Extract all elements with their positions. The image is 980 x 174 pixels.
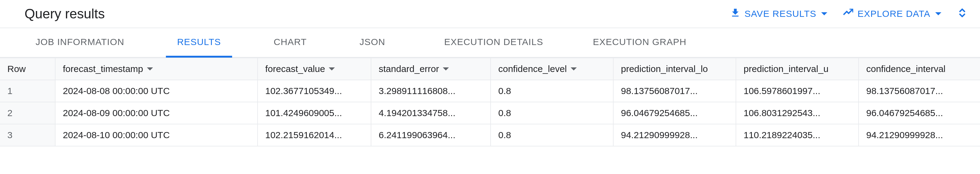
cell-confidence-level: 0.8 <box>491 124 613 146</box>
tab-results[interactable]: RESULTS <box>166 28 232 58</box>
cell-confidence-level: 0.8 <box>491 102 613 124</box>
cell-forecast-timestamp: 2024-08-09 00:00:00 UTC <box>55 102 258 124</box>
column-header-confidence-level[interactable]: confidence_level <box>491 58 613 80</box>
sort-icon <box>329 67 335 70</box>
cell-standard-error: 6.241199063964... <box>371 124 491 146</box>
table-row: 2 2024-08-09 00:00:00 UTC 101.4249609005… <box>0 102 980 124</box>
save-results-label: SAVE RESULTS <box>745 9 816 19</box>
tab-json[interactable]: JSON <box>348 28 396 58</box>
column-header-prediction-interval-upper[interactable]: prediction_interval_u <box>736 58 859 80</box>
page-title: Query results <box>24 6 105 21</box>
cell-forecast-value: 102.3677105349... <box>258 80 371 102</box>
chevron-down-icon <box>821 12 827 15</box>
cell-confidence-interval: 94.21290999928... <box>859 124 980 146</box>
column-header-confidence-interval[interactable]: confidence_interval <box>859 58 980 80</box>
expand-collapse-icon[interactable] <box>957 7 968 21</box>
row-number: 1 <box>0 80 55 102</box>
cell-prediction-interval-upper: 106.5978601997... <box>736 80 859 102</box>
explore-data-button[interactable]: EXPLORE DATA <box>843 7 941 21</box>
results-tabs: JOB INFORMATION RESULTS CHART JSON EXECU… <box>0 28 980 58</box>
sort-icon <box>443 67 449 70</box>
sort-icon <box>147 67 153 70</box>
tab-chart[interactable]: CHART <box>263 28 318 58</box>
tab-execution-graph[interactable]: EXECUTION GRAPH <box>582 28 698 58</box>
tab-execution-details[interactable]: EXECUTION DETAILS <box>433 28 554 58</box>
table-row: 3 2024-08-10 00:00:00 UTC 102.2159162014… <box>0 124 980 146</box>
column-header-standard-error[interactable]: standard_error <box>371 58 491 80</box>
column-header-forecast-value[interactable]: forecast_value <box>258 58 371 80</box>
chevron-down-icon <box>935 12 941 15</box>
cell-prediction-interval-lower: 98.13756087017... <box>613 80 736 102</box>
row-number: 2 <box>0 102 55 124</box>
cell-standard-error: 3.298911116808... <box>371 80 491 102</box>
column-header-row[interactable]: Row <box>0 58 55 80</box>
cell-prediction-interval-upper: 110.2189224035... <box>736 124 859 146</box>
cell-confidence-interval: 98.13756087017... <box>859 80 980 102</box>
download-icon <box>730 7 741 21</box>
sort-icon <box>571 67 577 70</box>
header-actions: SAVE RESULTS EXPLORE DATA <box>730 7 968 21</box>
results-header: Query results SAVE RESULTS EXPLORE DATA <box>0 0 980 28</box>
tab-job-information[interactable]: JOB INFORMATION <box>24 28 135 58</box>
cell-confidence-interval: 96.04679254685... <box>859 102 980 124</box>
save-results-button[interactable]: SAVE RESULTS <box>730 7 827 21</box>
cell-forecast-value: 101.4249609005... <box>258 102 371 124</box>
column-header-forecast-timestamp[interactable]: forecast_timestamp <box>55 58 258 80</box>
table-header-row: Row forecast_timestamp forecast_value st… <box>0 58 980 80</box>
cell-forecast-value: 102.2159162014... <box>258 124 371 146</box>
cell-standard-error: 4.194201334758... <box>371 102 491 124</box>
explore-data-label: EXPLORE DATA <box>858 9 930 19</box>
results-table: Row forecast_timestamp forecast_value st… <box>0 58 980 146</box>
column-header-prediction-interval-lower[interactable]: prediction_interval_lo <box>613 58 736 80</box>
cell-prediction-interval-lower: 94.21290999928... <box>613 124 736 146</box>
row-number: 3 <box>0 124 55 146</box>
cell-prediction-interval-lower: 96.04679254685... <box>613 102 736 124</box>
cell-confidence-level: 0.8 <box>491 80 613 102</box>
cell-forecast-timestamp: 2024-08-10 00:00:00 UTC <box>55 124 258 146</box>
cell-prediction-interval-upper: 106.8031292543... <box>736 102 859 124</box>
cell-forecast-timestamp: 2024-08-08 00:00:00 UTC <box>55 80 258 102</box>
table-row: 1 2024-08-08 00:00:00 UTC 102.3677105349… <box>0 80 980 102</box>
chart-icon <box>843 7 854 21</box>
